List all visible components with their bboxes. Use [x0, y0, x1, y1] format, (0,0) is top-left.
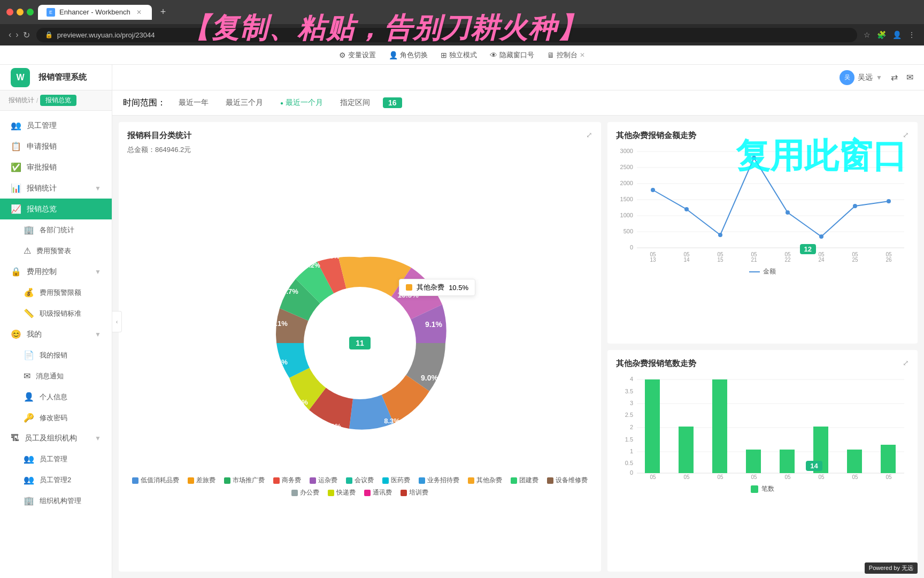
sidebar-item-stats[interactable]: 📊 报销统计 ▼ — [0, 178, 112, 199]
donut-tooltip: 其他杂费 10.5% — [399, 279, 475, 296]
line-chart-badge: 12 — [800, 244, 816, 254]
sidebar-breadcrumb: 报销统计 / 报销总览 — [0, 90, 112, 111]
sidebar-item-level-standard[interactable]: 📏 职级报销标准 — [0, 303, 112, 324]
traffic-light-green[interactable] — [27, 9, 34, 16]
time-option-3months[interactable]: 最近三个月 — [221, 96, 267, 110]
sidebar-label-overview: 报销总览 — [27, 204, 57, 214]
sidebar-label-dept: 各部门统计 — [40, 225, 74, 235]
sidebar-item-employee-mgmt[interactable]: 👥 员工管理 — [0, 115, 112, 136]
svg-text:2500: 2500 — [620, 164, 633, 170]
approve-icon: ✅ — [11, 162, 21, 172]
forward-button[interactable]: › — [16, 30, 18, 40]
svg-text:4: 4 — [630, 376, 633, 382]
back-button[interactable]: ‹ — [9, 30, 11, 40]
org-icon: 🏗 — [11, 434, 19, 443]
employee-icon: 👥 — [11, 120, 21, 131]
profile-menu-icon: 👤 — [24, 392, 34, 402]
sidebar-item-warning-table[interactable]: ⚠ 费用预警表 — [0, 240, 112, 261]
charts-area: 报销科目分类统计 总金额：864946.2元 ⤢ — [112, 116, 924, 578]
tab-close-button[interactable]: ✕ — [135, 8, 143, 17]
legend-color-2 — [224, 477, 230, 484]
bar-chart-panel: 其他杂费报销笔数走势 ⤢ 14 4 3.5 3 2.5 2 1.5 1 0.5 — [607, 350, 918, 572]
donut-expand-button[interactable]: ⤢ — [586, 131, 592, 139]
sidebar-item-apply[interactable]: 📋 申请报销 — [0, 136, 112, 157]
breadcrumb-item-1[interactable]: 报销统计 — [9, 96, 34, 105]
change-pwd-icon: 🔑 — [24, 413, 34, 423]
svg-point-33 — [887, 199, 891, 203]
donut-chart-total: 总金额：864946.2元 — [127, 145, 592, 155]
sidebar-item-change-pwd[interactable]: 🔑 修改密码 — [0, 407, 112, 428]
legend-item-0: 低值消耗品费 — [132, 476, 179, 485]
time-option-1year[interactable]: 最近一年 — [174, 96, 213, 110]
toolbar-item-hide[interactable]: 👁 隐藏窗口号 — [490, 50, 534, 60]
svg-text:500: 500 — [623, 228, 633, 234]
toolbar-item-console[interactable]: 🖥 控制台 ✕ — [547, 50, 585, 60]
overlay-reuse-text: 复用此窗口 — [736, 133, 907, 179]
switch-account-icon[interactable]: ⇄ — [891, 72, 898, 82]
svg-text:3000: 3000 — [620, 148, 633, 154]
sidebar-item-budget[interactable]: 💰 费用预警限额 — [0, 282, 112, 303]
collapse-sidebar-button[interactable]: ‹ — [112, 311, 122, 332]
user-dropdown-icon[interactable]: ▼ — [876, 74, 882, 81]
sidebar-item-dept-stats[interactable]: 🏢 各部门统计 — [0, 219, 112, 240]
svg-text:26: 26 — [886, 257, 892, 263]
time-option-custom[interactable]: 指定区间 — [336, 96, 374, 110]
sidebar-item-my-expense[interactable]: 📄 我的报销 — [0, 345, 112, 366]
legend-label-9: 团建费 — [519, 476, 538, 485]
sidebar-item-profile[interactable]: 👤 个人信息 — [0, 386, 112, 407]
legend-label-8: 其他杂费 — [476, 476, 502, 485]
sidebar-item-mine[interactable]: 😊 我的 ▼ — [0, 324, 112, 345]
line-chart-panel: 其他杂费报销金额走势 ⤢ 复用此窗口 12 3000 2500 2000 150… — [607, 122, 918, 344]
warning-table-icon: ⚠ — [24, 246, 31, 256]
url-text: previewer.wuyuan.io/proj/23044 — [57, 31, 155, 39]
toolbar-item-standalone[interactable]: ⊞ 独立模式 — [441, 50, 477, 60]
stats-icon: 📊 — [11, 183, 21, 193]
breadcrumb-item-active[interactable]: 报销总览 — [40, 95, 76, 106]
donut-chart-title: 报销科目分类统计 — [127, 131, 592, 141]
svg-text:1.5: 1.5 — [625, 436, 633, 443]
svg-point-27 — [684, 207, 689, 211]
svg-text:7.8%: 7.8% — [292, 398, 308, 406]
svg-text:21: 21 — [751, 257, 757, 263]
mail-icon[interactable]: ✉ — [906, 72, 913, 82]
budget-icon: 💰 — [24, 287, 34, 298]
sidebar-item-emp-mgmt2[interactable]: 👥 员工管理 — [0, 448, 112, 469]
close-console-icon[interactable]: ✕ — [580, 51, 585, 59]
traffic-light-red[interactable] — [6, 9, 13, 16]
svg-point-26 — [651, 188, 655, 192]
legend-label-7: 业务招待费 — [427, 476, 459, 485]
svg-text:1000: 1000 — [620, 212, 633, 218]
bar-0 — [645, 379, 660, 473]
sidebar-item-emp-mgmt3[interactable]: 👥 员工管理2 — [0, 469, 112, 490]
sidebar-item-overview[interactable]: 📈 报销总览 — [0, 199, 112, 219]
bar-chart-expand-button[interactable]: ⤢ — [903, 359, 909, 367]
svg-text:5.2%: 5.2% — [305, 262, 320, 269]
sidebar-item-approve[interactable]: ✅ 审批报销 — [0, 157, 112, 178]
legend-item-3: 商务费 — [273, 476, 301, 485]
legend-label-13: 通讯费 — [373, 488, 392, 497]
powered-by-badge: Powered by 无远 — [865, 562, 918, 574]
overlay-banner-text: 【复制、粘贴，告别刀耕火种】 — [182, 10, 924, 47]
reload-button[interactable]: ↻ — [23, 30, 30, 40]
traffic-light-yellow[interactable] — [17, 9, 24, 16]
toolbar-item-role[interactable]: 👤 角色切换 — [389, 50, 428, 60]
toolbar-item-settings[interactable]: ⚙ 变量设置 — [339, 50, 376, 60]
sidebar-item-notifications[interactable]: ✉ 消息通知 — [0, 366, 112, 386]
sidebar-label-emp-mgmt: 员工管理 — [40, 454, 67, 464]
sidebar-item-org[interactable]: 🏗 员工及组织机构 ▼ — [0, 428, 112, 448]
sidebar-label-org: 员工及组织机构 — [25, 434, 77, 443]
app-system-name: 报销管理系统 — [38, 72, 87, 82]
time-option-1month[interactable]: 最近一个月 — [276, 96, 327, 110]
new-tab-button[interactable]: + — [156, 4, 171, 20]
tab-favicon: E — [47, 8, 55, 17]
sidebar-item-org-mgmt[interactable]: 🏢 组织机构管理 — [0, 490, 112, 511]
mine-arrow-icon: ▼ — [95, 331, 101, 338]
cost-arrow-icon: ▼ — [95, 268, 101, 276]
browser-tab[interactable]: E Enhancer - Workbench ✕ — [38, 5, 152, 20]
sidebar-label-emp-mgmt2: 员工管理2 — [40, 475, 71, 485]
svg-text:22: 22 — [784, 480, 791, 480]
svg-text:24: 24 — [818, 480, 825, 480]
toolbar-standalone-label: 独立模式 — [449, 50, 477, 60]
right-charts-column: 其他杂费报销金额走势 ⤢ 复用此窗口 12 3000 2500 2000 150… — [607, 122, 918, 572]
sidebar-item-cost-control[interactable]: 🔒 费用控制 ▼ — [0, 261, 112, 282]
